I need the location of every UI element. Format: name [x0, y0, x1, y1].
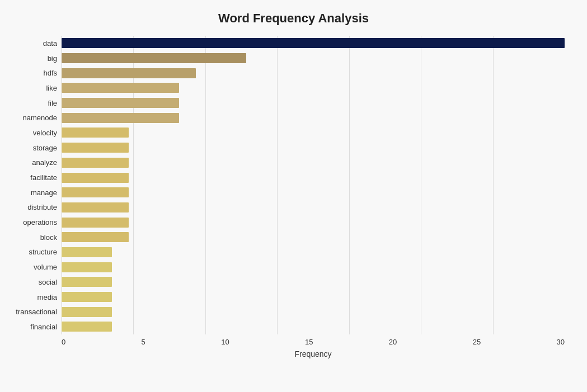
chart-title: Word Frequency Analysis [218, 11, 369, 26]
bar [62, 292, 112, 302]
y-label: transactional [16, 308, 57, 315]
bar-row [62, 246, 565, 258]
bar [62, 83, 179, 93]
bar-row [62, 186, 565, 199]
bar-row [62, 82, 565, 94]
y-label: financial [30, 323, 57, 330]
y-label: like [46, 84, 57, 92]
chart-container: Word Frequency Analysis databighdfslikef… [0, 0, 587, 392]
bar [62, 307, 112, 317]
y-label: analyze [32, 159, 57, 166]
y-axis-labels: databighdfslikefilenamenodevelocitystora… [0, 36, 62, 334]
bar [62, 38, 565, 48]
x-tick-label: 5 [142, 338, 145, 346]
x-axis-section: 051015202530 Frequency [0, 338, 587, 358]
y-label: velocity [33, 129, 57, 136]
y-label: block [40, 234, 57, 241]
y-label: namenode [23, 114, 57, 121]
bar-row [62, 126, 565, 139]
y-label: volume [34, 263, 57, 271]
bar-row [62, 201, 565, 214]
bar [62, 262, 112, 272]
y-label: storage [33, 144, 57, 152]
x-tick-label: 20 [389, 338, 397, 346]
bar-row [62, 276, 565, 288]
bar [62, 218, 129, 228]
y-label: distribute [27, 204, 57, 211]
bar [62, 187, 129, 197]
bar [62, 173, 129, 183]
bar [62, 143, 129, 153]
bars-wrapper [62, 36, 565, 334]
bar-row [62, 52, 565, 64]
y-label: media [37, 294, 57, 301]
bar [62, 277, 112, 287]
bar-row [62, 216, 565, 229]
x-tick-label: 25 [473, 338, 481, 346]
y-label: manage [31, 189, 57, 196]
bar-row [62, 97, 565, 109]
y-label: structure [29, 248, 57, 256]
bar-row [62, 157, 565, 169]
y-label: operations [23, 219, 57, 226]
y-label: facilitate [30, 174, 57, 181]
bar-row [62, 320, 565, 333]
x-tick-label: 15 [305, 338, 313, 346]
x-axis-title: Frequency [62, 350, 565, 358]
y-label: file [48, 100, 57, 107]
bar [62, 247, 112, 257]
bar [62, 232, 129, 242]
bar-row [62, 67, 565, 79]
chart-area: databighdfslikefilenamenodevelocitystora… [0, 36, 587, 334]
bar [62, 68, 196, 78]
bar [62, 127, 129, 138]
y-label: data [43, 40, 57, 47]
y-label: big [48, 55, 57, 62]
x-tick-label: 10 [221, 338, 229, 346]
x-tick-label: 0 [62, 338, 65, 346]
bar-row [62, 172, 565, 184]
bar [62, 158, 129, 168]
bar-row [62, 231, 565, 243]
bar [62, 202, 129, 212]
y-label: social [39, 278, 57, 286]
bar-row [62, 37, 565, 49]
bar [62, 53, 246, 63]
y-label: hdfs [43, 69, 57, 77]
bar-row [62, 306, 565, 318]
bar-row [62, 112, 565, 124]
bar [62, 98, 179, 108]
bar [62, 322, 112, 332]
bar-row [62, 141, 565, 154]
x-tick-label: 30 [557, 338, 565, 346]
bars-and-grid [62, 36, 565, 334]
bar-row [62, 291, 565, 303]
x-tick-labels: 051015202530 [62, 338, 565, 346]
bar-row [62, 261, 565, 273]
bar [62, 113, 179, 123]
